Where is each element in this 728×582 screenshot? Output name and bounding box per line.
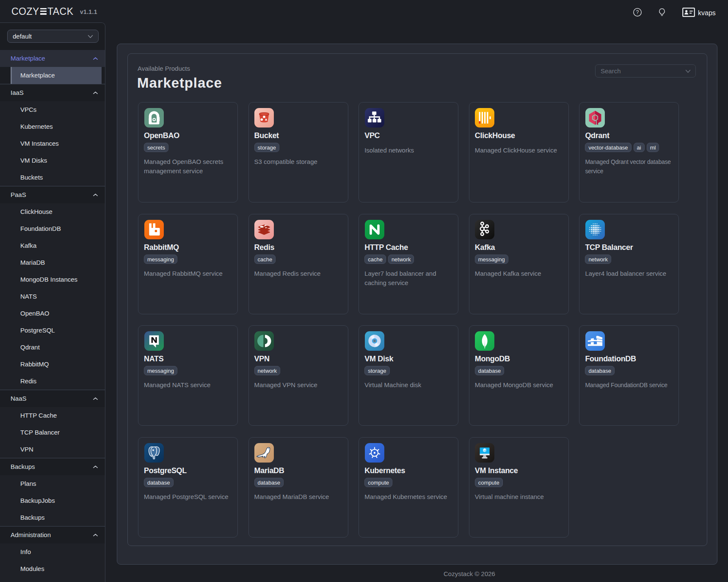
svg-text:?: ? (636, 9, 639, 15)
